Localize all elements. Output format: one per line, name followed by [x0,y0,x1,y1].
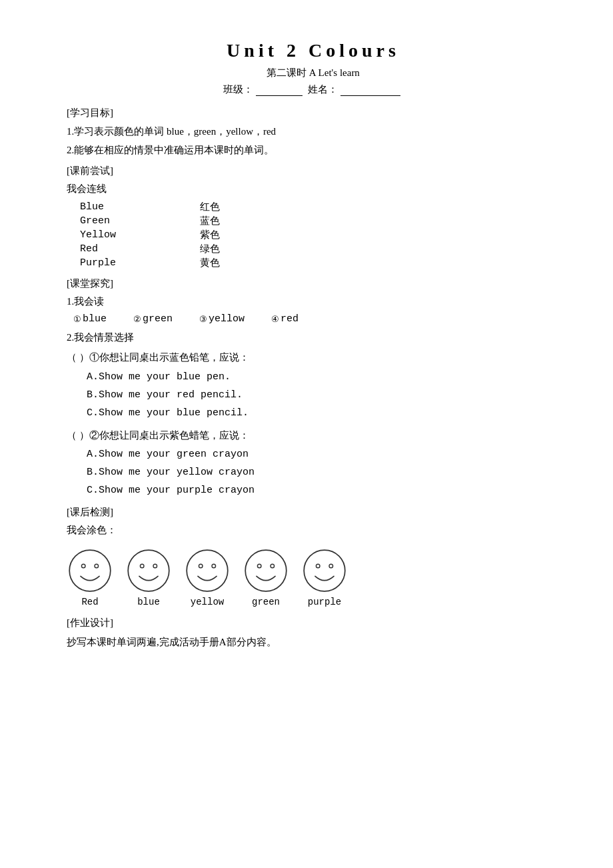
goal2: 2.能够在相应的情景中准确运用本课时的单词。 [67,142,560,158]
smiley-2: blue [125,547,172,607]
svg-point-11 [271,564,275,568]
smiley-label-4: green [252,597,280,607]
read-item-3: ③ yellow [199,313,245,325]
homework-header: [作业设计] [67,617,560,629]
subtitle: 第二课时 A Let's learn [67,67,560,79]
match-row-2: Green 蓝色 [80,215,560,227]
smiley-label-2: blue [137,597,160,607]
svg-point-12 [304,550,345,591]
choice-q2-prompt: （ ）②你想让同桌出示紫色蜡笔，应说： [67,427,560,445]
match-right-3: 紫色 [200,229,267,241]
class-name-row: 班级： 姓名： [67,83,560,96]
choice-question-1: （ ）①你想让同桌出示蓝色铅笔，应说： A.Show me your blue … [67,349,560,422]
smiley-5: purple [301,547,348,607]
homework-section: [作业设计] 抄写本课时单词两遍,完成活动手册A部分内容。 [67,617,560,651]
choice-q1-a: A.Show me your blue pen. [87,368,560,386]
homework-text: 抄写本课时单词两遍,完成活动手册A部分内容。 [67,633,560,651]
choice-q2-a: A.Show me your green crayon [87,445,560,463]
svg-point-3 [128,550,169,591]
svg-point-6 [187,550,228,591]
read-item-1: ① blue [73,313,107,325]
pretrial-header: [课前尝试] [67,165,560,177]
svg-point-9 [245,550,287,591]
study-goals-header: [学习目标] [67,107,560,119]
read-num-4: ④ [271,314,279,325]
color-subtitle: 我会涂色： [67,524,560,537]
matching-area: Blue 红色 Green 蓝色 Yellow 紫色 Red 绿色 Purple… [80,201,560,271]
smiley-3: yellow [184,547,231,607]
smiley-row: Red blue yellow green [67,547,560,607]
read-word-2: green [143,313,173,325]
page-title: Unit 2 Colours [67,40,560,61]
choice-q2-c: C.Show me your purple crayon [87,481,560,499]
svg-point-8 [212,564,216,568]
pretrial-subtitle: 我会连线 [67,183,560,195]
read-word-4: red [281,313,299,325]
match-row-4: Red 绿色 [80,243,560,255]
read-row: ① blue ② green ③ yellow ④ red [73,313,560,325]
svg-point-1 [81,564,85,568]
match-left-1: Blue [80,201,200,213]
match-right-4: 绿色 [200,243,267,255]
choice-q1-prompt: （ ）①你想让同桌出示蓝色铅笔，应说： [67,349,560,367]
match-left-4: Red [80,243,200,255]
match-row-3: Yellow 紫色 [80,229,560,241]
class-label: 班级： [223,84,253,95]
choice-subtitle: 2.我会情景选择 [67,331,560,344]
svg-point-10 [257,564,261,568]
choice-q2-b: B.Show me your yellow crayon [87,463,560,481]
svg-point-13 [316,564,320,568]
smiley-face-2 [125,547,172,594]
goal1: 1.学习表示颜色的单词 blue，green，yellow，red [67,123,560,139]
name-label: 姓名： [308,84,338,95]
choice-q1-b: B.Show me your red pencil. [87,386,560,404]
svg-point-14 [329,564,333,568]
smiley-label-1: Red [81,597,98,607]
smiley-face-4 [243,547,289,594]
read-num-3: ③ [199,314,207,325]
match-right-2: 蓝色 [200,215,267,227]
afterclass-header: [课后检测] [67,506,560,519]
smiley-label-5: purple [308,597,341,607]
choice-question-2: （ ）②你想让同桌出示紫色蜡笔，应说： A.Show me your green… [67,427,560,500]
smiley-face-1 [67,547,113,594]
match-left-2: Green [80,215,200,227]
read-item-4: ④ red [271,313,299,325]
read-word-1: blue [83,313,107,325]
match-row-1: Blue 红色 [80,201,560,213]
match-right-1: 红色 [200,201,267,213]
smiley-1: Red [67,547,113,607]
svg-point-2 [95,564,99,568]
read-num-2: ② [133,314,141,325]
choice-q1-c: C.Show me your blue pencil. [87,404,560,422]
match-left-3: Yellow [80,229,200,241]
classroom-header: [课堂探究] [67,277,560,290]
svg-point-0 [69,550,111,591]
smiley-4: green [243,547,289,607]
match-row-5: Purple 黄色 [80,257,560,269]
match-left-5: Purple [80,257,200,269]
smiley-face-3 [184,547,231,594]
svg-point-5 [153,564,157,568]
read-num-1: ① [73,314,81,325]
smiley-label-3: yellow [191,597,224,607]
read-subtitle: 1.我会读 [67,295,560,308]
smiley-face-5 [301,547,348,594]
svg-point-4 [140,564,144,568]
read-item-2: ② green [133,313,173,325]
svg-point-7 [199,564,203,568]
read-word-3: yellow [209,313,245,325]
match-right-5: 黄色 [200,257,267,269]
